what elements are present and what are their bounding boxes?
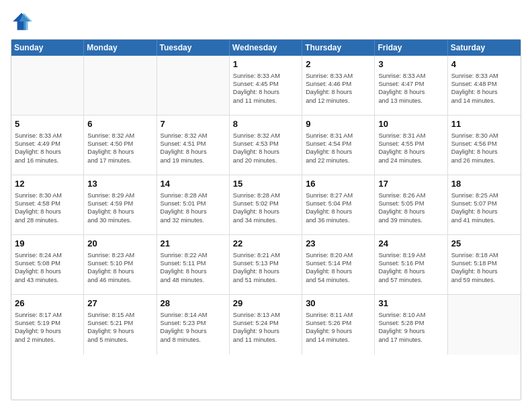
day-number: 3 (378, 58, 443, 71)
day-info: Sunrise: 8:33 AM Sunset: 4:47 PM Dayligh… (378, 72, 443, 105)
day-number: 15 (233, 178, 298, 190)
calendar-cell (11, 56, 84, 115)
day-info: Sunrise: 8:31 AM Sunset: 4:55 PM Dayligh… (378, 132, 443, 165)
calendar-body: 1Sunrise: 8:33 AM Sunset: 4:45 PM Daylig… (11, 56, 521, 355)
calendar-row-0: 1Sunrise: 8:33 AM Sunset: 4:45 PM Daylig… (11, 56, 521, 116)
calendar-header: SundayMondayTuesdayWednesdayThursdayFrid… (11, 40, 521, 56)
calendar-row-4: 26Sunrise: 8:17 AM Sunset: 5:19 PM Dayli… (11, 295, 521, 355)
calendar-cell: 26Sunrise: 8:17 AM Sunset: 5:19 PM Dayli… (11, 295, 84, 355)
weekday-header-monday: Monday (84, 40, 157, 56)
calendar-cell: 5Sunrise: 8:33 AM Sunset: 4:49 PM Daylig… (11, 116, 84, 175)
calendar-cell: 22Sunrise: 8:21 AM Sunset: 5:13 PM Dayli… (230, 235, 302, 294)
calendar-cell: 3Sunrise: 8:33 AM Sunset: 4:47 PM Daylig… (375, 56, 447, 115)
calendar-cell: 14Sunrise: 8:28 AM Sunset: 5:01 PM Dayli… (157, 175, 230, 234)
day-info: Sunrise: 8:20 AM Sunset: 5:14 PM Dayligh… (306, 251, 371, 285)
day-number: 6 (87, 118, 152, 130)
calendar-cell: 11Sunrise: 8:30 AM Sunset: 4:56 PM Dayli… (448, 116, 521, 175)
day-info: Sunrise: 8:32 AM Sunset: 4:53 PM Dayligh… (233, 132, 298, 165)
calendar-cell: 10Sunrise: 8:31 AM Sunset: 4:55 PM Dayli… (375, 116, 447, 175)
calendar-cell: 23Sunrise: 8:20 AM Sunset: 5:14 PM Dayli… (302, 235, 375, 294)
day-info: Sunrise: 8:25 AM Sunset: 5:07 PM Dayligh… (451, 191, 517, 225)
day-info: Sunrise: 8:19 AM Sunset: 5:16 PM Dayligh… (378, 251, 443, 285)
day-number: 1 (233, 58, 298, 71)
day-info: Sunrise: 8:28 AM Sunset: 5:01 PM Dayligh… (161, 191, 226, 225)
day-number: 12 (15, 178, 80, 190)
day-info: Sunrise: 8:31 AM Sunset: 4:54 PM Dayligh… (306, 132, 371, 165)
calendar-cell: 24Sunrise: 8:19 AM Sunset: 5:16 PM Dayli… (375, 235, 447, 294)
day-number: 19 (15, 238, 80, 250)
calendar-cell: 28Sunrise: 8:14 AM Sunset: 5:23 PM Dayli… (157, 295, 230, 355)
day-number: 7 (161, 118, 226, 130)
day-number: 11 (451, 118, 517, 130)
day-info: Sunrise: 8:24 AM Sunset: 5:08 PM Dayligh… (15, 251, 80, 285)
weekday-header-thursday: Thursday (302, 40, 375, 56)
day-info: Sunrise: 8:13 AM Sunset: 5:24 PM Dayligh… (233, 311, 298, 345)
calendar-row-2: 12Sunrise: 8:30 AM Sunset: 4:58 PM Dayli… (11, 175, 521, 235)
day-number: 5 (15, 118, 80, 130)
day-info: Sunrise: 8:33 AM Sunset: 4:46 PM Dayligh… (306, 72, 371, 105)
logo (11, 11, 35, 32)
day-number: 18 (451, 178, 517, 190)
day-number: 13 (87, 178, 152, 190)
calendar-cell: 16Sunrise: 8:27 AM Sunset: 5:04 PM Dayli… (302, 175, 375, 234)
calendar-cell: 8Sunrise: 8:32 AM Sunset: 4:53 PM Daylig… (230, 116, 302, 175)
day-info: Sunrise: 8:15 AM Sunset: 5:21 PM Dayligh… (87, 311, 152, 345)
calendar-cell: 2Sunrise: 8:33 AM Sunset: 4:46 PM Daylig… (302, 56, 375, 115)
weekday-header-wednesday: Wednesday (230, 40, 302, 56)
day-number: 4 (451, 58, 517, 71)
calendar-cell: 27Sunrise: 8:15 AM Sunset: 5:21 PM Dayli… (84, 295, 157, 355)
calendar-cell (448, 295, 521, 355)
day-info: Sunrise: 8:30 AM Sunset: 4:56 PM Dayligh… (451, 132, 517, 165)
calendar-cell: 17Sunrise: 8:26 AM Sunset: 5:05 PM Dayli… (375, 175, 447, 234)
day-info: Sunrise: 8:17 AM Sunset: 5:19 PM Dayligh… (15, 311, 80, 345)
calendar-cell: 20Sunrise: 8:23 AM Sunset: 5:10 PM Dayli… (84, 235, 157, 294)
day-info: Sunrise: 8:26 AM Sunset: 5:05 PM Dayligh… (378, 191, 443, 225)
day-number: 24 (378, 238, 443, 250)
weekday-header-friday: Friday (375, 40, 447, 56)
day-info: Sunrise: 8:23 AM Sunset: 5:10 PM Dayligh… (87, 251, 152, 285)
day-info: Sunrise: 8:22 AM Sunset: 5:11 PM Dayligh… (161, 251, 226, 285)
day-info: Sunrise: 8:29 AM Sunset: 4:59 PM Dayligh… (87, 191, 152, 225)
calendar-cell: 18Sunrise: 8:25 AM Sunset: 5:07 PM Dayli… (448, 175, 521, 234)
calendar-cell (157, 56, 230, 115)
day-info: Sunrise: 8:21 AM Sunset: 5:13 PM Dayligh… (233, 251, 298, 285)
calendar-cell: 30Sunrise: 8:11 AM Sunset: 5:26 PM Dayli… (302, 295, 375, 355)
calendar-cell: 7Sunrise: 8:32 AM Sunset: 4:51 PM Daylig… (157, 116, 230, 175)
day-number: 28 (161, 298, 226, 310)
day-number: 23 (306, 238, 371, 250)
calendar-cell: 9Sunrise: 8:31 AM Sunset: 4:54 PM Daylig… (302, 116, 375, 175)
day-number: 21 (161, 238, 226, 250)
day-info: Sunrise: 8:33 AM Sunset: 4:48 PM Dayligh… (451, 72, 517, 105)
weekday-header-saturday: Saturday (448, 40, 521, 56)
day-info: Sunrise: 8:18 AM Sunset: 5:18 PM Dayligh… (451, 251, 517, 285)
day-info: Sunrise: 8:14 AM Sunset: 5:23 PM Dayligh… (161, 311, 226, 345)
header (11, 11, 521, 32)
day-number: 9 (306, 118, 371, 130)
calendar-cell: 13Sunrise: 8:29 AM Sunset: 4:59 PM Dayli… (84, 175, 157, 234)
day-number: 16 (306, 178, 371, 190)
calendar-cell: 15Sunrise: 8:28 AM Sunset: 5:02 PM Dayli… (230, 175, 302, 234)
day-info: Sunrise: 8:32 AM Sunset: 4:51 PM Dayligh… (161, 132, 226, 165)
day-number: 27 (87, 298, 152, 310)
day-number: 22 (233, 238, 298, 250)
calendar-row-3: 19Sunrise: 8:24 AM Sunset: 5:08 PM Dayli… (11, 235, 521, 295)
day-number: 2 (306, 58, 371, 71)
day-info: Sunrise: 8:32 AM Sunset: 4:50 PM Dayligh… (87, 132, 152, 165)
day-info: Sunrise: 8:27 AM Sunset: 5:04 PM Dayligh… (306, 191, 371, 225)
calendar-cell: 21Sunrise: 8:22 AM Sunset: 5:11 PM Dayli… (157, 235, 230, 294)
calendar-cell: 25Sunrise: 8:18 AM Sunset: 5:18 PM Dayli… (448, 235, 521, 294)
calendar-cell: 4Sunrise: 8:33 AM Sunset: 4:48 PM Daylig… (448, 56, 521, 115)
weekday-header-sunday: Sunday (11, 40, 84, 56)
day-number: 26 (15, 298, 80, 310)
day-number: 14 (161, 178, 226, 190)
weekday-header-tuesday: Tuesday (157, 40, 230, 56)
day-info: Sunrise: 8:33 AM Sunset: 4:45 PM Dayligh… (233, 72, 298, 105)
calendar-row-1: 5Sunrise: 8:33 AM Sunset: 4:49 PM Daylig… (11, 116, 521, 175)
day-number: 20 (87, 238, 152, 250)
calendar: SundayMondayTuesdayWednesdayThursdayFrid… (11, 39, 521, 400)
day-number: 29 (233, 298, 298, 310)
day-number: 17 (378, 178, 443, 190)
day-info: Sunrise: 8:33 AM Sunset: 4:49 PM Dayligh… (15, 132, 80, 165)
day-info: Sunrise: 8:30 AM Sunset: 4:58 PM Dayligh… (15, 191, 80, 225)
day-number: 25 (451, 238, 517, 250)
